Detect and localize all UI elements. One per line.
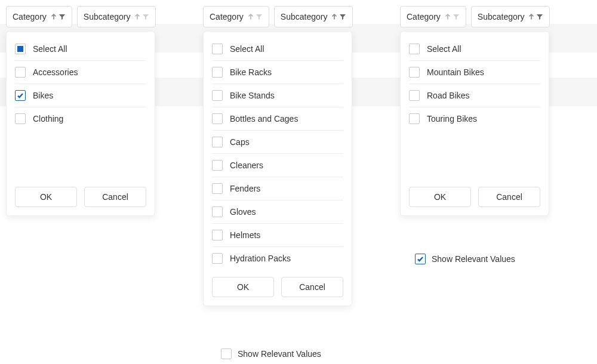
checkbox[interactable] bbox=[15, 113, 26, 124]
category-header-button[interactable]: Category bbox=[400, 6, 466, 27]
checkbox[interactable] bbox=[15, 44, 26, 54]
filter-option-row[interactable]: Bikes bbox=[15, 84, 146, 107]
filter-option-row[interactable]: Cleaners bbox=[212, 154, 343, 177]
checkbox[interactable] bbox=[212, 230, 223, 240]
filter-icon bbox=[59, 13, 66, 20]
checkbox[interactable] bbox=[15, 67, 26, 78]
filter-option-label: Accessories bbox=[33, 67, 78, 77]
select-all-label: Select All bbox=[427, 44, 461, 54]
checkbox[interactable] bbox=[212, 137, 223, 147]
filter-option-label: Fenders bbox=[230, 184, 260, 193]
filter-option-label: Bike Racks bbox=[230, 67, 272, 77]
filter-option-label: Bike Stands bbox=[230, 91, 275, 100]
filter-option-row[interactable]: Accessories bbox=[15, 61, 146, 84]
filter-dropdown: Select AllBike RacksBike StandsBottles a… bbox=[203, 31, 352, 306]
filter-option-label: Touring Bikes bbox=[427, 114, 477, 124]
select-all-row[interactable]: Select All bbox=[409, 38, 540, 61]
column-header-label: Category bbox=[13, 12, 47, 21]
filter-option-label: Hydration Packs bbox=[230, 254, 291, 263]
show-relevant-values-3[interactable]: Show Relevant Values bbox=[415, 254, 515, 264]
select-all-row[interactable]: Select All bbox=[15, 38, 146, 61]
checkbox[interactable] bbox=[212, 160, 223, 171]
column-header-label: Subcategory bbox=[281, 12, 328, 21]
select-all-label: Select All bbox=[33, 44, 67, 54]
subcategory-header-button[interactable]: Subcategory bbox=[274, 6, 353, 27]
checkbox[interactable] bbox=[415, 254, 426, 264]
checkbox[interactable] bbox=[212, 90, 223, 101]
filter-icon bbox=[536, 13, 543, 20]
filter-option-label: Mountain Bikes bbox=[427, 67, 484, 77]
filter-icon bbox=[339, 13, 346, 20]
filter-icon bbox=[453, 13, 460, 20]
filter-option-label: Bottles and Cages bbox=[230, 114, 298, 124]
cancel-button[interactable]: Cancel bbox=[84, 187, 146, 207]
filter-option-row[interactable]: Helmets bbox=[212, 224, 343, 247]
filter-group-3: CategorySubcategorySelect AllMountain Bi… bbox=[400, 6, 550, 216]
filter-group-2: CategorySubcategorySelect AllBike RacksB… bbox=[203, 6, 353, 306]
category-header-button[interactable]: Category bbox=[203, 6, 269, 27]
filter-icon bbox=[142, 13, 149, 20]
checkbox[interactable] bbox=[212, 183, 223, 194]
checkbox[interactable] bbox=[212, 253, 223, 264]
cancel-button[interactable]: Cancel bbox=[478, 187, 540, 207]
checkbox[interactable] bbox=[212, 113, 223, 124]
sort-ascending-icon bbox=[331, 13, 338, 20]
ok-button[interactable]: OK bbox=[409, 187, 471, 207]
filter-option-row[interactable]: Caps bbox=[212, 131, 343, 154]
column-header-label: Category bbox=[407, 12, 441, 21]
filter-option-label: Caps bbox=[230, 137, 250, 147]
category-header-button[interactable]: Category bbox=[6, 6, 72, 27]
cancel-button[interactable]: Cancel bbox=[281, 277, 343, 297]
filter-group-1: CategorySubcategorySelect AllAccessories… bbox=[6, 6, 156, 216]
filter-option-row[interactable]: Hydration Packs bbox=[212, 247, 343, 270]
filter-option-row[interactable]: Fenders bbox=[212, 177, 343, 200]
sort-ascending-icon bbox=[134, 13, 141, 20]
filter-option-label: Helmets bbox=[230, 230, 260, 240]
column-header-label: Subcategory bbox=[84, 12, 131, 21]
checkbox[interactable] bbox=[212, 44, 223, 54]
filter-option-row[interactable]: Touring Bikes bbox=[409, 107, 540, 130]
checkbox[interactable] bbox=[212, 67, 223, 78]
select-all-label: Select All bbox=[230, 44, 264, 54]
show-relevant-values-label: Show Relevant Values bbox=[238, 349, 321, 359]
filter-dropdown: Select AllAccessoriesBikesClothingOKCanc… bbox=[6, 31, 155, 216]
filter-option-label: Clothing bbox=[33, 114, 63, 124]
checkbox[interactable] bbox=[212, 206, 223, 217]
checkbox[interactable] bbox=[409, 44, 420, 54]
column-header-label: Category bbox=[210, 12, 244, 21]
filter-option-label: Gloves bbox=[230, 207, 256, 217]
show-relevant-values-2[interactable]: Show Relevant Values bbox=[221, 348, 321, 359]
checkbox[interactable] bbox=[409, 90, 420, 101]
sort-ascending-icon bbox=[444, 13, 451, 20]
filter-icon bbox=[256, 13, 263, 20]
filter-dropdown: Select AllMountain BikesRoad BikesTourin… bbox=[400, 31, 549, 216]
select-all-row[interactable]: Select All bbox=[212, 38, 343, 61]
sort-ascending-icon bbox=[50, 13, 57, 20]
filter-option-row[interactable]: Bottles and Cages bbox=[212, 107, 343, 131]
subcategory-header-button[interactable]: Subcategory bbox=[77, 6, 156, 27]
filter-option-row[interactable]: Bike Racks bbox=[212, 61, 343, 84]
filter-option-row[interactable]: Gloves bbox=[212, 200, 343, 224]
checkbox[interactable] bbox=[409, 67, 420, 78]
ok-button[interactable]: OK bbox=[212, 277, 274, 297]
filter-option-row[interactable]: Clothing bbox=[15, 107, 146, 130]
subcategory-header-button[interactable]: Subcategory bbox=[471, 6, 550, 27]
column-header-label: Subcategory bbox=[478, 12, 525, 21]
show-relevant-values-label: Show Relevant Values bbox=[432, 254, 515, 264]
checkbox[interactable] bbox=[15, 90, 26, 101]
filter-option-row[interactable]: Bike Stands bbox=[212, 84, 343, 107]
filter-option-label: Cleaners bbox=[230, 161, 263, 170]
filter-option-row[interactable]: Road Bikes bbox=[409, 84, 540, 107]
filter-option-label: Road Bikes bbox=[427, 91, 470, 100]
ok-button[interactable]: OK bbox=[15, 187, 77, 207]
filter-option-row[interactable]: Mountain Bikes bbox=[409, 61, 540, 84]
sort-ascending-icon bbox=[528, 13, 535, 20]
checkbox[interactable] bbox=[409, 113, 420, 124]
sort-ascending-icon bbox=[247, 13, 254, 20]
checkbox[interactable] bbox=[221, 348, 232, 359]
filter-option-label: Bikes bbox=[33, 91, 53, 100]
